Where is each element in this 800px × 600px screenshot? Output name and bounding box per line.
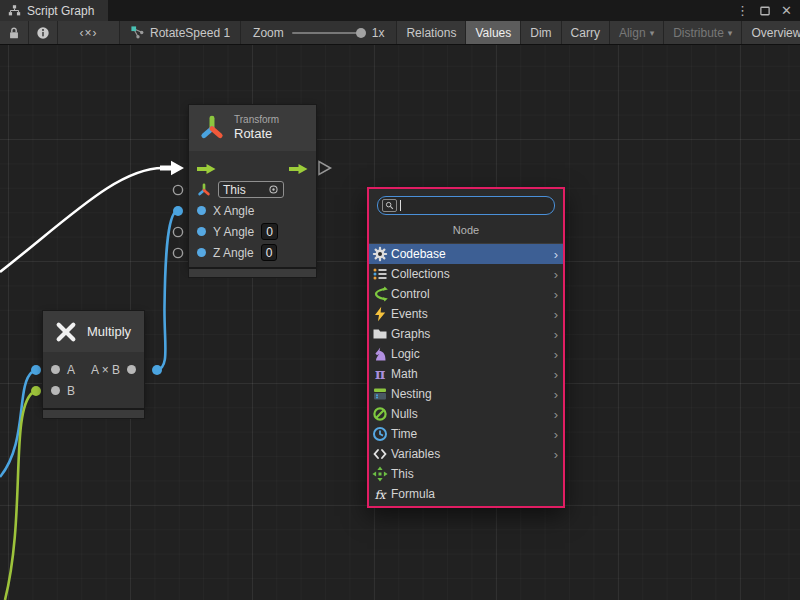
finder-item-nulls[interactable]: Nulls › (369, 404, 563, 424)
x-angle-port[interactable] (197, 206, 206, 215)
clock-icon (372, 426, 388, 442)
node-title: Multiply (87, 324, 131, 339)
chevron-down-icon: ▾ (650, 28, 655, 38)
code-icon: ‹×› (80, 26, 98, 40)
finder-item-formula[interactable]: Formula › (369, 484, 563, 504)
node-footer (43, 410, 144, 418)
control-output-triangle[interactable] (319, 162, 331, 175)
transform-gizmo-icon (199, 115, 225, 141)
graph-toolbar: ‹×› RotateSpeed 1 Zoom 1x Relations Valu… (0, 21, 800, 45)
graph-canvas[interactable]: Transform Rotate This (0, 45, 800, 600)
finder-item-math[interactable]: Math › (369, 364, 563, 384)
y-angle-port-external[interactable] (173, 227, 182, 236)
zoom-slider[interactable] (292, 32, 364, 34)
dim-button[interactable]: Dim (521, 21, 561, 44)
y-angle-input[interactable]: 0 (261, 223, 278, 240)
zoom-slider-handle[interactable] (356, 28, 366, 38)
info-button[interactable] (29, 21, 58, 44)
nesting-icon (372, 386, 388, 402)
align-button[interactable]: Align ▾ (610, 21, 664, 44)
submenu-chevron-icon: › (554, 308, 558, 321)
this-object-field[interactable]: This (218, 181, 284, 198)
graph-reference[interactable]: RotateSpeed 1 (120, 21, 241, 44)
z-angle-port-external[interactable] (173, 248, 182, 257)
node-footer (189, 269, 316, 277)
text-caret (400, 200, 401, 211)
control-output-port-icon[interactable] (289, 164, 308, 174)
vars-icon (372, 446, 388, 462)
transform-gizmo-icon (197, 183, 211, 197)
multiply-icon (55, 321, 77, 343)
kebab-menu-icon[interactable]: ⋮ (736, 4, 749, 17)
finder-item-collections[interactable]: Collections › (369, 264, 563, 284)
submenu-chevron-icon: › (554, 268, 558, 281)
wire-endpoint[interactable] (31, 365, 41, 375)
knight-icon (372, 346, 388, 362)
submenu-chevron-icon: › (554, 408, 558, 421)
b-input-port[interactable] (51, 386, 60, 395)
maximize-icon[interactable] (759, 5, 771, 17)
bolt-icon (372, 306, 388, 322)
multiply-node-header[interactable]: Multiply (43, 311, 144, 352)
rotate-node-header[interactable]: Transform Rotate (189, 105, 316, 151)
control-wire (0, 168, 163, 272)
finder-item-control[interactable]: Control › (369, 284, 563, 304)
finder-item-time[interactable]: Time › (369, 424, 563, 444)
tab-script-graph[interactable]: Script Graph (0, 0, 108, 21)
rotate-node[interactable]: Transform Rotate This (189, 105, 316, 277)
zoom-value: 1x (372, 26, 385, 40)
object-picker-icon[interactable] (268, 184, 279, 195)
folder-icon (372, 326, 388, 342)
z-angle-input[interactable]: 0 (261, 244, 278, 261)
submenu-chevron-icon: › (554, 348, 558, 361)
finder-item-events[interactable]: Events › (369, 304, 563, 324)
window-controls: ⋮ ✕ (736, 0, 800, 21)
relations-button[interactable]: Relations (397, 21, 466, 44)
finder-header: Node (369, 217, 563, 243)
z-angle-port[interactable] (197, 248, 206, 257)
wire-endpoint[interactable] (31, 386, 41, 396)
finder-item-logic[interactable]: Logic › (369, 344, 563, 364)
info-icon (36, 26, 50, 40)
wire-endpoint[interactable] (173, 206, 183, 216)
a-input-port[interactable] (51, 365, 60, 374)
search-icon (385, 201, 394, 210)
y-angle-row: Y Angle 0 (189, 221, 316, 242)
submenu-chevron-icon: › (554, 288, 558, 301)
finder-item-graphs[interactable]: Graphs › (369, 324, 563, 344)
lock-button[interactable] (0, 21, 29, 44)
finder-item-this[interactable]: This › (369, 464, 563, 484)
carry-button[interactable]: Carry (562, 21, 610, 44)
node-title: Rotate (234, 126, 279, 142)
graph-tree-icon (8, 4, 21, 17)
finder-list: Codebase › Collections › Control › Event… (369, 243, 563, 506)
multiply-node[interactable]: Multiply A A × B B (43, 311, 144, 418)
this-port-external[interactable] (173, 185, 182, 194)
finder-item-variables[interactable]: Variables › (369, 444, 563, 464)
null-icon (372, 406, 388, 422)
multiply-row-a: A A × B (43, 359, 144, 380)
tab-bar: Script Graph ⋮ ✕ (0, 0, 800, 21)
values-button[interactable]: Values (466, 21, 521, 44)
finder-search-input[interactable] (377, 196, 555, 215)
zoom-control: Zoom 1x (241, 21, 397, 44)
multiply-row-b: B (43, 380, 144, 401)
submenu-chevron-icon: › (554, 328, 558, 341)
gear-icon (372, 246, 388, 262)
close-icon[interactable]: ✕ (781, 4, 792, 17)
result-output-port[interactable] (127, 365, 136, 374)
edit-source-button[interactable]: ‹×› (58, 21, 120, 44)
fx-icon (372, 486, 388, 502)
control-input-arrow[interactable] (160, 161, 184, 175)
submenu-chevron-icon: › (554, 448, 558, 461)
submenu-chevron-icon: › (554, 388, 558, 401)
distribute-button[interactable]: Distribute ▾ (664, 21, 742, 44)
wire-endpoint[interactable] (152, 365, 162, 375)
finder-item-nesting[interactable]: Nesting › (369, 384, 563, 404)
y-angle-port[interactable] (197, 227, 206, 236)
finder-item-codebase[interactable]: Codebase › (369, 244, 563, 264)
overview-button[interactable]: Overview (742, 21, 800, 44)
control-input-port-icon[interactable] (197, 164, 216, 174)
value-wire-multiply-to-xangle (157, 211, 177, 370)
control-flow-row (189, 158, 316, 179)
